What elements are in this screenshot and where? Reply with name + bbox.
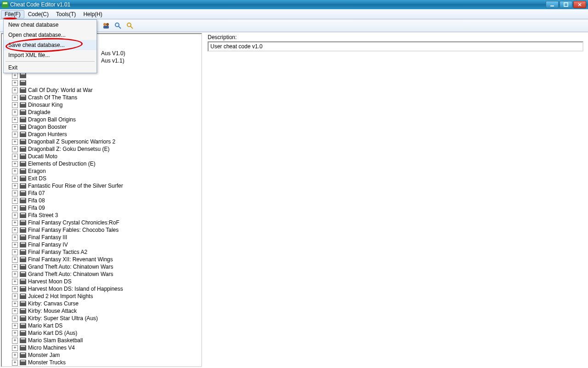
tree-expander-icon[interactable]: + xyxy=(12,338,18,344)
toolbar-users-icon[interactable] xyxy=(101,21,111,31)
tree-row[interactable]: +Kirby: Super Star Ultra (Aus) xyxy=(4,315,199,322)
tree-row[interactable]: +Monster Jam xyxy=(4,351,199,359)
tree-item-label[interactable]: Dragonball Z Supersonic Warriors 2 xyxy=(28,138,115,145)
tree-item-label[interactable]: Final Fantasy Fables: Chocobo Tales xyxy=(28,226,119,234)
tree-row[interactable]: +Final Fantasy Crystal Chronicles:RoF xyxy=(4,219,199,226)
tree-expander-icon[interactable]: + xyxy=(12,176,18,182)
tree-expander-icon[interactable]: + xyxy=(12,102,18,108)
tree-item-label[interactable]: Fantastic Four Rise of the Silver Surfer xyxy=(28,182,123,190)
tree-item-label[interactable]: Mario Kart DS xyxy=(28,322,62,329)
tree-expander-icon[interactable]: + xyxy=(12,257,18,263)
menu-file[interactable]: File(F) xyxy=(1,10,24,18)
minimize-button[interactable] xyxy=(546,1,559,8)
tree-item-label[interactable] xyxy=(28,79,29,86)
tree-item-label[interactable]: Kirby: Super Star Ultra (Aus) xyxy=(28,315,98,322)
tree-item-label[interactable]: Aus v1.1) xyxy=(101,57,124,64)
tree-item-label[interactable]: Crash Of The Titans xyxy=(28,94,77,101)
tree-expander-icon[interactable]: + xyxy=(12,73,18,79)
tree-item-label[interactable]: Mario Kart DS (Aus) xyxy=(28,329,77,337)
tree-row[interactable]: +Kirby: Canvas Curse xyxy=(4,300,199,307)
tree-row[interactable]: +Fifa Street 3 xyxy=(4,212,199,219)
tree-expander-icon[interactable]: + xyxy=(12,198,18,204)
tree-row[interactable]: +Mario Kart DS xyxy=(4,322,199,329)
tree-item-label[interactable]: Dinosaur King xyxy=(28,101,62,109)
tree-row[interactable]: +Dinosaur King xyxy=(4,101,199,109)
tree-item-label[interactable]: Kirby: Canvas Curse xyxy=(28,300,79,307)
tree-row[interactable]: +Dragonball Z: Goku Densetsu (E) xyxy=(4,145,199,153)
tree-row[interactable]: +Draglade xyxy=(4,109,199,116)
tree-row[interactable]: +Fantastic Four Rise of the Silver Surfe… xyxy=(4,182,199,190)
close-button[interactable] xyxy=(573,1,586,8)
tree-item-label[interactable]: Final Fantasy Tactics A2 xyxy=(28,248,87,256)
tree-expander-icon[interactable]: + xyxy=(12,146,18,152)
tree-row[interactable]: +Monster Trucks xyxy=(4,359,199,366)
tree-expander-icon[interactable]: + xyxy=(12,264,18,270)
tree-expander-icon[interactable]: + xyxy=(12,235,18,241)
tree-row[interactable]: +Ducati Moto xyxy=(4,153,199,160)
tree-expander-icon[interactable]: + xyxy=(12,205,18,211)
tree-row[interactable]: +Dragon Booster xyxy=(4,123,199,131)
menu-help[interactable]: Help(H) xyxy=(79,10,106,18)
tree-row[interactable]: +Juiced 2 Hot Import Nights xyxy=(4,293,199,300)
tree-item-label[interactable]: Final Fantasy IV xyxy=(28,241,68,248)
tree-expander-icon[interactable]: + xyxy=(12,161,18,167)
tree-row[interactable]: +Final Fantasy Tactics A2 xyxy=(4,248,199,256)
tree-expander-icon[interactable]: + xyxy=(12,293,18,299)
tree-expander-icon[interactable]: + xyxy=(12,279,18,285)
tree-expander-icon[interactable]: + xyxy=(12,249,18,255)
tree-row[interactable]: +Final Fantasy III xyxy=(4,234,199,241)
tree-expander-icon[interactable]: + xyxy=(12,345,18,351)
tree-item-label[interactable]: Eragon xyxy=(28,167,46,175)
tree-row[interactable]: +Dragon Hunters xyxy=(4,131,199,138)
tree-row[interactable]: +Fifa 08 xyxy=(4,197,199,204)
tree-row[interactable]: +Kirby: Mouse Attack xyxy=(4,307,199,315)
tree-row[interactable]: +Dragon Ball Origins xyxy=(4,116,199,123)
tree-item-label[interactable]: Grand Theft Auto: Chinatown Wars xyxy=(28,270,113,278)
tree-item-label[interactable]: Dragon Booster xyxy=(28,123,67,131)
tree-row[interactable]: +Grand Theft Auto: Chinatown Wars xyxy=(4,270,199,278)
tree-expander-icon[interactable]: + xyxy=(12,271,18,277)
maximize-button[interactable] xyxy=(560,1,572,8)
tree-row[interactable]: +Final Fantasy IV xyxy=(4,241,199,248)
tree-expander-icon[interactable]: + xyxy=(12,95,18,101)
tree-row[interactable]: +Call Of Duty: World at War xyxy=(4,86,199,94)
tree-expander-icon[interactable]: + xyxy=(12,183,18,189)
tree-expander-icon[interactable]: + xyxy=(12,117,18,123)
tree-row[interactable]: +Eragon xyxy=(4,167,199,175)
tree-row[interactable]: +Final Fantasy XII: Revenant Wings xyxy=(4,256,199,263)
tree-expander-icon[interactable]: + xyxy=(12,227,18,233)
tree-expander-icon[interactable]: + xyxy=(12,330,18,336)
menu-item-exit[interactable]: Exit xyxy=(4,63,96,73)
tree-expander-icon[interactable]: + xyxy=(12,168,18,174)
tree-item-label[interactable]: Final Fantasy XII: Revenant Wings xyxy=(28,256,113,263)
tree-expander-icon[interactable]: + xyxy=(12,213,18,218)
tree-row[interactable]: +Exit DS xyxy=(4,175,199,182)
menu-item-new-db[interactable]: New cheat database xyxy=(4,20,96,30)
tree-item-label[interactable]: Dragon Ball Origins xyxy=(28,116,76,123)
menu-item-save-db[interactable]: Save cheat database... xyxy=(4,40,96,50)
menu-item-import-xml[interactable]: Import XML file... xyxy=(4,50,96,60)
toolbar-search-icon[interactable] xyxy=(113,21,123,31)
tree-expander-icon[interactable]: + xyxy=(12,286,18,292)
tree-item-label[interactable]: Call Of Duty: World at War xyxy=(28,86,93,94)
tree-expander-icon[interactable]: + xyxy=(12,301,18,307)
tree-row[interactable]: +Mario Slam Basketball xyxy=(4,337,199,344)
tree-item-label[interactable]: Harvest Moon DS xyxy=(28,278,72,285)
tree-expander-icon[interactable]: + xyxy=(12,242,18,248)
tree-expander-icon[interactable]: + xyxy=(12,190,18,196)
tree-expander-icon[interactable]: + xyxy=(12,154,18,160)
tree-expander-icon[interactable]: + xyxy=(12,220,18,226)
tree-item-label[interactable]: Final Fantasy III xyxy=(28,234,67,241)
menu-item-open-db[interactable]: Open cheat database... xyxy=(4,30,96,40)
tree-item-label[interactable]: Final Fantasy Crystal Chronicles:RoF xyxy=(28,219,119,226)
tree-expander-icon[interactable]: + xyxy=(12,308,18,314)
tree-item-label[interactable]: Dragonball Z: Goku Densetsu (E) xyxy=(28,145,109,153)
tree-expander-icon[interactable]: + xyxy=(12,360,18,366)
tree-item-label[interactable]: Monster Trucks xyxy=(28,359,66,366)
tree-item-label[interactable]: Dragon Hunters xyxy=(28,131,67,138)
tree-item-label[interactable]: Aus V1.0) xyxy=(101,50,125,57)
tree-item-label[interactable]: Grand Theft Auto: Chinatown Wars xyxy=(28,263,113,270)
tree-scroll[interactable]: + + Aus V1.0)Aus v1.1)+ + + +Call Of Dut… xyxy=(2,34,201,366)
menu-tools[interactable]: Tools(T) xyxy=(52,10,79,18)
tree-row[interactable]: +Fifa 09 xyxy=(4,204,199,212)
